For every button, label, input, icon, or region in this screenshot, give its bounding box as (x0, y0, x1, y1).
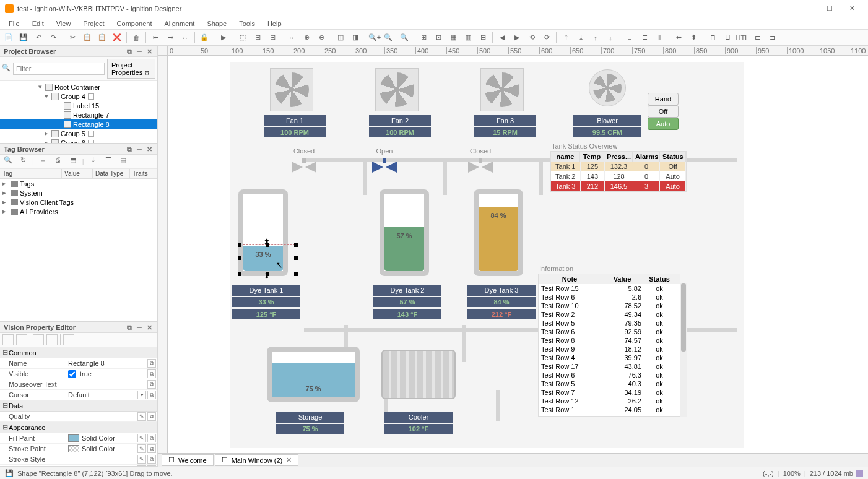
toolbar-button[interactable]: ↷ (46, 31, 60, 45)
toolbar-button[interactable]: ⊏ (750, 31, 764, 45)
toolbar-button[interactable]: ⤓ (574, 31, 588, 45)
toolbar-button[interactable]: ⊡ (432, 31, 445, 45)
selection-handle[interactable] (238, 243, 241, 247)
toolbar-button[interactable]: ▥ (461, 31, 475, 45)
menu-edit[interactable]: Edit (26, 19, 50, 28)
panel-close-icon[interactable]: ✕ (145, 323, 154, 332)
design-canvas[interactable]: Fan 1100 RPMFan 2100 RPMFan 315 RPMBlowe… (168, 56, 868, 453)
tag-import-icon[interactable]: ⬒ (67, 156, 79, 167)
hand-button[interactable]: Hand (648, 93, 679, 105)
tree-item[interactable]: Label 15 (0, 101, 157, 110)
prop-collapse-icon[interactable] (46, 334, 58, 345)
color-swatch[interactable] (68, 445, 79, 452)
info-scrollbar[interactable] (680, 283, 687, 417)
toolbar-button[interactable]: ⫴ (653, 31, 666, 45)
tag-item[interactable]: ▸System (0, 188, 157, 197)
toolbar-button[interactable]: 📋 (80, 31, 94, 45)
edit-icon[interactable]: ✎ (137, 444, 146, 453)
toolbar-button[interactable]: ≡ (623, 31, 636, 45)
toolbar-button[interactable]: ⊖ (315, 31, 328, 45)
selection-handle[interactable] (294, 256, 298, 260)
toolbar-button[interactable]: ❌ (110, 31, 124, 45)
color-swatch[interactable] (68, 434, 79, 442)
selection-handle[interactable] (294, 243, 298, 247)
bind-icon[interactable]: ⧉ (147, 369, 156, 378)
toolbar-button[interactable]: ◫ (334, 31, 347, 45)
prop-row[interactable]: Stroke PaintSolid Color✎⧉ (0, 444, 157, 454)
prop-row[interactable]: Mouseover Text⧉ (0, 379, 157, 390)
maximize-button[interactable]: ☐ (818, 1, 841, 16)
toolbar-button[interactable]: ⟲ (525, 31, 539, 45)
selection-handle[interactable] (238, 256, 241, 260)
toolbar-button[interactable]: ↔ (285, 31, 298, 45)
tag-tree-icon[interactable]: ☰ (103, 156, 114, 167)
toolbar-button[interactable]: 💾 (17, 31, 30, 45)
menu-project[interactable]: Project (77, 19, 110, 28)
tag-item[interactable]: ▸All Providers (0, 207, 157, 216)
panel-close-icon[interactable]: ✕ (145, 47, 154, 56)
toolbar-button[interactable]: ⊕ (300, 31, 313, 45)
status-table[interactable]: nameTempPress...AlarmsStatusTank 1125132… (550, 151, 687, 192)
menu-component[interactable]: Component (111, 19, 158, 28)
tag-search-icon[interactable]: 🔍 (2, 156, 14, 167)
tag-refresh-icon[interactable]: ↻ (17, 156, 28, 167)
document-tab[interactable]: ☐Welcome (162, 454, 214, 466)
prop-checkbox[interactable] (68, 370, 76, 378)
toolbar-button[interactable]: ↓ (604, 31, 617, 45)
toolbar-button[interactable]: ↔ (178, 31, 192, 45)
prop-row[interactable]: Visibletrue⧉ (0, 369, 157, 379)
toolbar-button[interactable]: 📄 (2, 31, 15, 45)
tab-close-icon[interactable]: ✕ (286, 456, 292, 464)
menu-help[interactable]: Help (261, 19, 288, 28)
toolbar-button[interactable]: ⬌ (672, 31, 685, 45)
project-tree[interactable]: ▾Root Container▾Group 4Label 15Rectangle… (0, 81, 157, 143)
memory-bar-icon[interactable] (856, 470, 863, 477)
prop-filter-icon[interactable] (63, 334, 74, 345)
bind-icon[interactable]: ⧉ (147, 455, 156, 464)
toolbar-button[interactable]: 🔍 (397, 31, 411, 45)
prop-row[interactable]: Fill PaintSolid Color✎⧉ (0, 433, 157, 444)
panel-minimize-icon[interactable]: ─ (135, 47, 144, 56)
toolbar-button[interactable]: ⬚ (236, 31, 250, 45)
tree-item[interactable]: ▾Root Container (0, 82, 157, 92)
toolbar-button[interactable]: ⊔ (721, 31, 734, 45)
tag-add-icon[interactable]: ＋ (38, 156, 49, 167)
toolbar-button[interactable]: ⇤ (149, 31, 162, 45)
toolbar-button[interactable]: ⬍ (687, 31, 700, 45)
bind-icon[interactable]: ⧉ (147, 380, 156, 389)
project-filter-input[interactable] (13, 63, 105, 75)
toolbar-button[interactable]: ⊓ (706, 31, 719, 45)
menu-alignment[interactable]: Alignment (158, 19, 201, 28)
tag-folder-icon[interactable]: 🖨 (53, 156, 64, 167)
document-tab[interactable]: ☐Main Window (2)✕ (215, 454, 299, 466)
tree-item[interactable]: ▸Group 6 (0, 138, 157, 143)
minimize-button[interactable]: ─ (796, 1, 818, 16)
tree-item[interactable]: ▾Group 4 (0, 92, 157, 101)
bind-icon[interactable]: ⧉ (147, 465, 156, 466)
toolbar-button[interactable]: ◨ (349, 31, 362, 45)
bind-icon[interactable]: ⧉ (147, 359, 156, 368)
info-table[interactable]: NoteValueStatusTest Row 155.82okTest Row… (538, 274, 680, 417)
toolbar-button[interactable]: ▶ (510, 31, 524, 45)
toolbar-button[interactable]: ⊞ (251, 31, 264, 45)
toolbar-button[interactable]: ⊟ (266, 31, 279, 45)
tag-export-icon[interactable]: ⤓ (88, 156, 99, 167)
toolbar-button[interactable]: 🗑 (129, 31, 143, 45)
tag-item[interactable]: ▸Tags (0, 179, 157, 188)
prop-row[interactable]: Stroke Style✎⧉ (0, 454, 157, 465)
off-button[interactable]: Off (648, 105, 679, 118)
prop-section[interactable]: ⊟Appearance (0, 422, 157, 433)
toolbar-button[interactable]: ↶ (32, 31, 45, 45)
prop-row[interactable]: Styles✎⧉ (0, 465, 157, 466)
panel-popout-icon[interactable]: ⧉ (125, 323, 134, 332)
close-button[interactable]: ✕ (841, 1, 863, 16)
tag-tree[interactable]: ▸Tags▸System▸Vision Client Tags▸All Prov… (0, 179, 157, 321)
bind-icon[interactable]: ⧉ (147, 444, 156, 453)
selection-handle[interactable] (238, 272, 241, 276)
bind-icon[interactable]: ⧉ (147, 434, 156, 442)
property-grid[interactable]: ⊟CommonNameRectangle 8⧉Visibletrue⧉Mouse… (0, 347, 157, 466)
toolbar-button[interactable]: 📋 (95, 31, 109, 45)
edit-icon[interactable]: ✎ (137, 465, 146, 466)
selection-handle[interactable] (294, 272, 298, 276)
auto-button[interactable]: Auto (648, 118, 679, 130)
